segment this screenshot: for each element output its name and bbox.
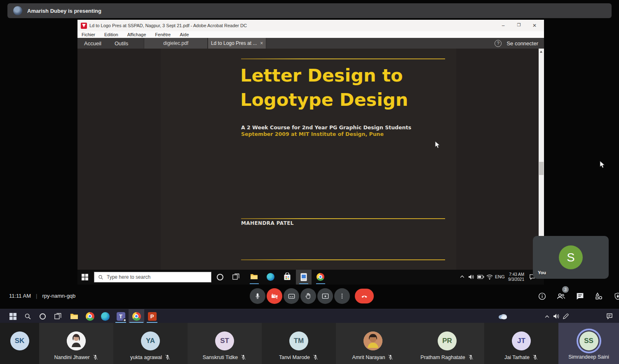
self-view-tile[interactable]: S You — [533, 236, 609, 279]
weather-icon[interactable] — [497, 309, 509, 323]
minimize-button[interactable]: – — [499, 23, 507, 28]
window-title: Ld to Logo Pres at SSPAD, Nagpur, 3 Sept… — [89, 23, 247, 28]
file-explorer-icon[interactable] — [250, 273, 258, 280]
chat-button[interactable] — [574, 290, 586, 302]
presented-search-input[interactable]: Type here to search — [94, 272, 211, 282]
action-center-icon[interactable] — [604, 309, 615, 323]
tab-digielec[interactable]: digielec.pdf — [144, 38, 208, 49]
edge-icon[interactable] — [97, 309, 113, 323]
battery-icon[interactable] — [477, 275, 484, 279]
file-explorer-icon[interactable] — [66, 309, 82, 323]
menu-edition[interactable]: Edition — [104, 32, 118, 37]
tray-chevron-icon[interactable] — [542, 309, 552, 323]
powerpoint-icon[interactable]: P — [144, 309, 160, 323]
tab-digielec-label: digielec.pdf — [163, 40, 188, 46]
participant-tile[interactable]: YA yukta agrawal — [113, 323, 188, 364]
menu-fichier[interactable]: Fichier — [82, 32, 95, 37]
participant-avatar: YA — [141, 331, 160, 350]
participants-count-badge: 3 — [562, 286, 569, 293]
scrollbar-thumb[interactable] — [539, 162, 544, 175]
task-view-button[interactable] — [50, 309, 66, 323]
task-view-button[interactable] — [232, 273, 239, 280]
chrome-active-icon[interactable] — [129, 309, 144, 323]
search-icon — [24, 313, 31, 320]
more-options-button[interactable] — [334, 288, 350, 304]
mic-off-icon — [240, 354, 246, 360]
participant-initials: PR — [442, 337, 452, 345]
slide-title-line1: Letter Design to — [240, 63, 408, 88]
cortana-icon[interactable] — [35, 309, 50, 323]
participant-tile[interactable]: TM Tanvi Marode — [262, 323, 336, 364]
participant-avatar — [67, 331, 86, 350]
start-button[interactable] — [5, 309, 21, 323]
participant-tile[interactable]: JT Jai Tarhate — [484, 323, 558, 364]
teams-icon[interactable]: T — [113, 309, 129, 323]
edge-icon[interactable] — [267, 273, 274, 281]
acrobat-titlebar: Ld to Logo Pres at SSPAD, Nagpur, 3 Sept… — [77, 20, 544, 31]
wifi-icon[interactable] — [486, 274, 493, 280]
tab-accueil[interactable]: Accueil — [77, 38, 108, 49]
chrome-icon[interactable] — [317, 273, 324, 281]
participant-avatar: SS — [579, 331, 598, 350]
camera-off-button[interactable] — [267, 288, 282, 304]
restore-button[interactable]: ❐ — [515, 23, 523, 28]
store-icon[interactable] — [284, 273, 291, 281]
menu-fenetre[interactable]: Fenêtre — [155, 32, 171, 37]
participants-button[interactable]: 3 — [555, 290, 567, 302]
slide-rule-author — [241, 218, 445, 219]
present-button[interactable] — [317, 288, 333, 304]
self-avatar: S — [559, 245, 583, 269]
mic-button[interactable] — [250, 288, 265, 304]
tab-ld-to-logo[interactable]: Ld to Logo Pres at ... × — [208, 38, 266, 49]
windows-taskbar: T P 31°C Light rain — [0, 309, 619, 323]
participant-tile[interactable]: ST Sanskruti Tidke — [188, 323, 262, 364]
app-open-indicator — [316, 283, 325, 284]
mic-off-icon — [92, 354, 98, 360]
participant-photo — [67, 331, 86, 350]
host-controls-button[interactable] — [612, 290, 619, 302]
activities-icon — [594, 292, 603, 301]
close-button[interactable]: ✕ — [531, 23, 538, 28]
activities-button[interactable] — [593, 290, 605, 302]
chrome-icon[interactable] — [82, 309, 98, 323]
presented-language-indicator[interactable]: ENG — [495, 274, 505, 279]
participant-tile[interactable]: SS Simrandeep Saini — [558, 323, 619, 364]
scrollbar-up-icon[interactable] — [540, 51, 542, 53]
taskbar-search-button[interactable] — [20, 309, 35, 323]
help-icon[interactable]: ? — [495, 40, 502, 47]
presenting-banner: Amarish Dubey is presenting — [7, 3, 612, 18]
volume-icon[interactable] — [551, 309, 561, 323]
tray-chevron-icon[interactable] — [460, 275, 464, 278]
participant-name: Amrit Narayan — [352, 355, 385, 360]
presented-start-button[interactable] — [81, 273, 89, 281]
participant-name: Tanvi Marode — [279, 355, 310, 360]
participant-tile[interactable]: PR Pratham Raghatate — [410, 323, 484, 364]
menu-affichage[interactable]: Affichage — [127, 32, 146, 37]
volume-icon[interactable] — [468, 274, 474, 280]
menu-aide[interactable]: Aide — [180, 32, 189, 37]
leave-call-button[interactable] — [355, 289, 374, 303]
mic-off-icon — [164, 354, 171, 360]
slide-title: Letter Design to Logotype Design — [240, 63, 408, 112]
acrobat-taskbar-button[interactable] — [296, 270, 312, 285]
participant-name: Nandini Jhawer — [54, 355, 89, 360]
pen-icon[interactable] — [560, 309, 570, 323]
meeting-details-button[interactable] — [536, 290, 548, 302]
participant-tile[interactable]: SK — [0, 323, 39, 364]
participant-initials: ST — [220, 337, 229, 345]
participant-tile[interactable]: Nandini Jhawer — [39, 323, 113, 364]
slide-rule-bottom — [241, 259, 445, 260]
raise-hand-icon — [305, 292, 312, 300]
tab-close-icon[interactable]: × — [260, 40, 263, 46]
participant-tile[interactable]: Amrit Narayan — [336, 323, 410, 364]
presented-clock[interactable]: 7:43 AM 9/3/2021 — [506, 272, 524, 282]
raise-hand-button[interactable] — [300, 288, 316, 304]
participant-avatar: TM — [289, 331, 308, 350]
mic-off-icon — [387, 354, 394, 360]
cortana-icon[interactable] — [217, 274, 223, 280]
pdf-doc-icon — [300, 273, 307, 281]
tab-outils[interactable]: Outils — [108, 38, 135, 49]
captions-button[interactable] — [284, 288, 299, 304]
sign-in-button[interactable]: Se connecter — [506, 40, 538, 47]
slide-title-line2: Logotype Design — [240, 88, 408, 112]
